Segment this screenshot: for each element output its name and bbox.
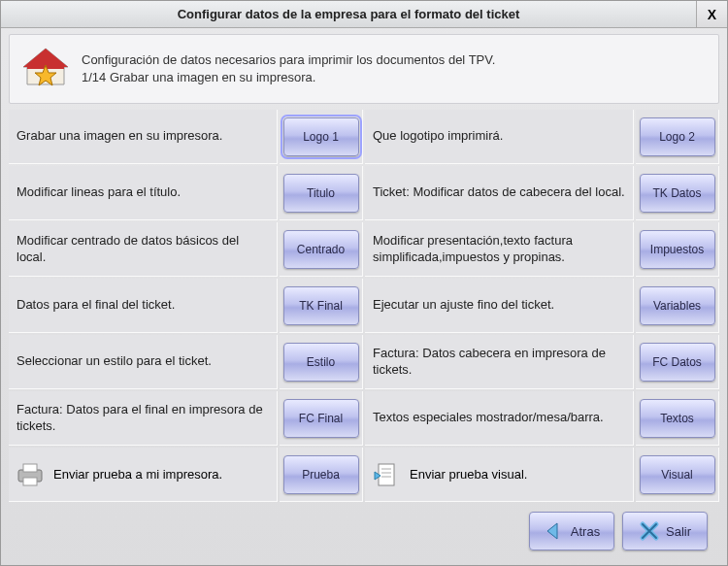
- close-x-icon: [639, 520, 660, 542]
- prueba-button[interactable]: Prueba: [283, 455, 359, 494]
- option-label: Textos especiales mostrador/mesa/barra.: [365, 391, 634, 446]
- content-area: Configuración de datos necesarios para i…: [1, 28, 727, 556]
- print-test-label: Enviar prueba a mi impresora.: [53, 467, 222, 482]
- footer-bar: Atras Salir: [9, 502, 719, 550]
- centrado-button[interactable]: Centrado: [283, 230, 359, 269]
- logo2-button[interactable]: Logo 2: [640, 117, 715, 156]
- option-label: Datos para el final del ticket.: [9, 279, 278, 333]
- document-icon: [373, 462, 400, 487]
- print-test-left: Enviar prueba a mi impresora.: [9, 448, 278, 502]
- variables-button[interactable]: Variables: [640, 286, 715, 325]
- impuestos-button[interactable]: Impuestos: [640, 230, 715, 269]
- print-test-right: Enviar prueba visual.: [365, 448, 634, 502]
- svg-rect-4: [23, 464, 37, 472]
- arrow-left-icon: [544, 520, 565, 542]
- visual-test-label: Enviar prueba visual.: [410, 467, 527, 482]
- option-label: Seleccionar un estilo para el ticket.: [9, 335, 278, 389]
- fc-final-button[interactable]: FC Final: [283, 399, 359, 438]
- option-label: Modificar centrado de datos básicos del …: [9, 222, 278, 277]
- estilo-button[interactable]: Estilo: [283, 343, 359, 382]
- house-star-icon: [19, 46, 72, 92]
- description-line1: Configuración de datos necesarios para i…: [82, 51, 495, 69]
- option-label: Que logotipo imprimirá.: [365, 110, 634, 164]
- option-label: Grabar una imagen en su impresora.: [9, 110, 278, 164]
- option-label: Factura: Datos cabecera en impresora de …: [365, 335, 634, 389]
- close-button[interactable]: X: [696, 1, 727, 27]
- tk-final-button[interactable]: TK Final: [283, 286, 359, 325]
- svg-marker-11: [547, 523, 557, 539]
- description-panel: Configuración de datos necesarios para i…: [9, 34, 719, 104]
- fc-datos-button[interactable]: FC Datos: [640, 343, 715, 382]
- back-button[interactable]: Atras: [529, 512, 614, 550]
- exit-button[interactable]: Salir: [622, 512, 708, 550]
- title-bar: Configurar datos de la empresa para el f…: [1, 1, 727, 28]
- printer-icon: [17, 462, 44, 487]
- option-label: Factura: Datos para el final en impresor…: [9, 391, 278, 446]
- option-label: Modificar lineas para el título.: [9, 166, 278, 220]
- textos-button[interactable]: Textos: [640, 399, 715, 438]
- window-title: Configurar datos de la empresa para el f…: [1, 1, 696, 27]
- description-text: Configuración de datos necesarios para i…: [82, 51, 495, 85]
- logo1-button[interactable]: Logo 1: [283, 117, 359, 156]
- option-label: Modificar presentación,texto factura sim…: [365, 222, 634, 277]
- svg-rect-6: [379, 464, 394, 485]
- titulo-button[interactable]: Titulo: [283, 174, 359, 213]
- svg-rect-5: [23, 478, 37, 485]
- visual-button[interactable]: Visual: [640, 455, 715, 494]
- exit-label: Salir: [666, 524, 691, 539]
- tk-datos-button[interactable]: TK Datos: [640, 174, 715, 213]
- option-label: Ejecutar un ajuste fino del ticket.: [365, 279, 634, 333]
- option-label: Ticket: Modificar datos de cabecera del …: [365, 166, 634, 220]
- description-line2: 1/14 Grabar una imagen en su impresora.: [82, 69, 495, 86]
- options-grid: Grabar una imagen en su impresora. Logo …: [9, 110, 719, 502]
- back-label: Atras: [571, 524, 600, 539]
